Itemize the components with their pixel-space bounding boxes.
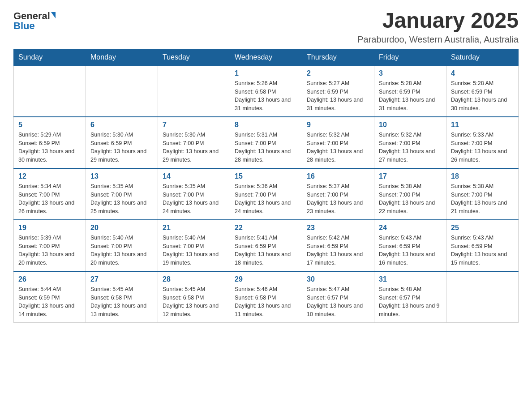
day-info: Sunrise: 5:38 AM Sunset: 7:00 PM Dayligh… xyxy=(451,182,514,216)
day-info: Sunrise: 5:41 AM Sunset: 6:59 PM Dayligh… xyxy=(235,234,297,267)
column-header-wednesday: Wednesday xyxy=(230,49,302,65)
day-info: Sunrise: 5:45 AM Sunset: 6:58 PM Dayligh… xyxy=(163,285,225,319)
day-number: 31 xyxy=(379,275,442,283)
day-info: Sunrise: 5:32 AM Sunset: 7:00 PM Dayligh… xyxy=(307,131,369,164)
logo: General Blue xyxy=(13,9,56,31)
calendar-cell: 22Sunrise: 5:41 AM Sunset: 6:59 PM Dayli… xyxy=(230,220,302,271)
logo-arrow-icon xyxy=(51,12,56,18)
calendar-cell: 20Sunrise: 5:40 AM Sunset: 7:00 PM Dayli… xyxy=(86,220,158,271)
calendar-cell: 16Sunrise: 5:37 AM Sunset: 7:00 PM Dayli… xyxy=(302,168,374,220)
day-number: 8 xyxy=(235,121,297,129)
calendar-cell: 27Sunrise: 5:45 AM Sunset: 6:58 PM Dayli… xyxy=(86,271,158,323)
day-number: 7 xyxy=(163,121,225,129)
calendar-cell: 13Sunrise: 5:35 AM Sunset: 7:00 PM Dayli… xyxy=(86,168,158,220)
day-number: 30 xyxy=(307,275,369,283)
calendar-header-row: SundayMondayTuesdayWednesdayThursdayFrid… xyxy=(14,49,519,65)
column-header-friday: Friday xyxy=(374,49,446,65)
day-info: Sunrise: 5:33 AM Sunset: 7:00 PM Dayligh… xyxy=(451,131,514,164)
day-info: Sunrise: 5:44 AM Sunset: 6:59 PM Dayligh… xyxy=(18,285,81,319)
day-info: Sunrise: 5:43 AM Sunset: 6:59 PM Dayligh… xyxy=(451,234,514,267)
day-info: Sunrise: 5:40 AM Sunset: 7:00 PM Dayligh… xyxy=(163,234,225,267)
day-info: Sunrise: 5:46 AM Sunset: 6:58 PM Dayligh… xyxy=(235,285,297,319)
day-info: Sunrise: 5:47 AM Sunset: 6:57 PM Dayligh… xyxy=(307,285,369,319)
day-number: 10 xyxy=(379,121,442,129)
calendar-cell: 1Sunrise: 5:26 AM Sunset: 6:58 PM Daylig… xyxy=(230,65,302,117)
day-info: Sunrise: 5:30 AM Sunset: 6:59 PM Dayligh… xyxy=(90,131,153,164)
day-number: 18 xyxy=(451,172,514,180)
calendar-cell: 30Sunrise: 5:47 AM Sunset: 6:57 PM Dayli… xyxy=(302,271,374,323)
day-number: 6 xyxy=(90,121,153,129)
calendar-cell: 31Sunrise: 5:48 AM Sunset: 6:57 PM Dayli… xyxy=(374,271,446,323)
day-info: Sunrise: 5:40 AM Sunset: 7:00 PM Dayligh… xyxy=(90,234,153,267)
calendar-cell xyxy=(158,65,230,117)
calendar-cell xyxy=(446,271,519,323)
day-info: Sunrise: 5:28 AM Sunset: 6:59 PM Dayligh… xyxy=(379,79,442,113)
calendar-cell: 26Sunrise: 5:44 AM Sunset: 6:59 PM Dayli… xyxy=(14,271,86,323)
title-section: January 2025 Paraburdoo, Western Austral… xyxy=(357,9,519,45)
calendar-cell: 14Sunrise: 5:35 AM Sunset: 7:00 PM Dayli… xyxy=(158,168,230,220)
column-header-sunday: Sunday xyxy=(14,49,86,65)
day-number: 22 xyxy=(235,224,297,232)
day-info: Sunrise: 5:26 AM Sunset: 6:58 PM Dayligh… xyxy=(235,79,297,113)
week-row-2: 5Sunrise: 5:29 AM Sunset: 6:59 PM Daylig… xyxy=(14,117,519,168)
calendar-cell: 8Sunrise: 5:31 AM Sunset: 7:00 PM Daylig… xyxy=(230,117,302,168)
day-info: Sunrise: 5:28 AM Sunset: 6:59 PM Dayligh… xyxy=(451,79,514,113)
day-info: Sunrise: 5:29 AM Sunset: 6:59 PM Dayligh… xyxy=(18,131,81,164)
calendar-cell: 29Sunrise: 5:46 AM Sunset: 6:58 PM Dayli… xyxy=(230,271,302,323)
day-info: Sunrise: 5:43 AM Sunset: 6:59 PM Dayligh… xyxy=(379,234,442,267)
calendar-cell: 18Sunrise: 5:38 AM Sunset: 7:00 PM Dayli… xyxy=(446,168,519,220)
day-number: 1 xyxy=(235,69,297,77)
calendar-cell: 19Sunrise: 5:39 AM Sunset: 7:00 PM Dayli… xyxy=(14,220,86,271)
calendar-cell: 4Sunrise: 5:28 AM Sunset: 6:59 PM Daylig… xyxy=(446,65,519,117)
week-row-3: 12Sunrise: 5:34 AM Sunset: 7:00 PM Dayli… xyxy=(14,168,519,220)
calendar-cell: 11Sunrise: 5:33 AM Sunset: 7:00 PM Dayli… xyxy=(446,117,519,168)
day-info: Sunrise: 5:39 AM Sunset: 7:00 PM Dayligh… xyxy=(18,234,81,267)
calendar-title: January 2025 xyxy=(357,9,519,33)
calendar-cell: 12Sunrise: 5:34 AM Sunset: 7:00 PM Dayli… xyxy=(14,168,86,220)
day-number: 25 xyxy=(451,224,514,232)
day-number: 3 xyxy=(379,69,442,77)
day-number: 17 xyxy=(379,172,442,180)
day-number: 5 xyxy=(18,121,81,129)
day-info: Sunrise: 5:35 AM Sunset: 7:00 PM Dayligh… xyxy=(90,182,153,216)
day-number: 28 xyxy=(163,275,225,283)
day-number: 27 xyxy=(90,275,153,283)
column-header-saturday: Saturday xyxy=(446,49,519,65)
day-number: 21 xyxy=(163,224,225,232)
logo-text-general: General xyxy=(13,11,50,21)
day-info: Sunrise: 5:31 AM Sunset: 7:00 PM Dayligh… xyxy=(235,131,297,164)
day-number: 2 xyxy=(307,69,369,77)
week-row-1: 1Sunrise: 5:26 AM Sunset: 6:58 PM Daylig… xyxy=(14,65,519,117)
week-row-4: 19Sunrise: 5:39 AM Sunset: 7:00 PM Dayli… xyxy=(14,220,519,271)
day-info: Sunrise: 5:30 AM Sunset: 7:00 PM Dayligh… xyxy=(163,131,225,164)
calendar-cell: 24Sunrise: 5:43 AM Sunset: 6:59 PM Dayli… xyxy=(374,220,446,271)
day-number: 24 xyxy=(379,224,442,232)
day-number: 13 xyxy=(90,172,153,180)
calendar-cell: 7Sunrise: 5:30 AM Sunset: 7:00 PM Daylig… xyxy=(158,117,230,168)
day-info: Sunrise: 5:32 AM Sunset: 7:00 PM Dayligh… xyxy=(379,131,442,164)
day-number: 19 xyxy=(18,224,81,232)
logo-text-blue: Blue xyxy=(13,20,35,31)
day-number: 23 xyxy=(307,224,369,232)
day-number: 15 xyxy=(235,172,297,180)
calendar-subtitle: Paraburdoo, Western Australia, Australia xyxy=(357,34,519,45)
day-number: 29 xyxy=(235,275,297,283)
calendar-cell: 15Sunrise: 5:36 AM Sunset: 7:00 PM Dayli… xyxy=(230,168,302,220)
calendar-cell: 28Sunrise: 5:45 AM Sunset: 6:58 PM Dayli… xyxy=(158,271,230,323)
day-number: 4 xyxy=(451,69,514,77)
day-number: 20 xyxy=(90,224,153,232)
day-number: 9 xyxy=(307,121,369,129)
day-number: 14 xyxy=(163,172,225,180)
day-info: Sunrise: 5:27 AM Sunset: 6:59 PM Dayligh… xyxy=(307,79,369,113)
day-info: Sunrise: 5:34 AM Sunset: 7:00 PM Dayligh… xyxy=(18,182,81,216)
calendar-table: SundayMondayTuesdayWednesdayThursdayFrid… xyxy=(13,49,519,323)
day-info: Sunrise: 5:36 AM Sunset: 7:00 PM Dayligh… xyxy=(235,182,297,216)
day-number: 11 xyxy=(451,121,514,129)
page-header: General Blue January 2025 Paraburdoo, We… xyxy=(13,9,519,45)
week-row-5: 26Sunrise: 5:44 AM Sunset: 6:59 PM Dayli… xyxy=(14,271,519,323)
day-number: 16 xyxy=(307,172,369,180)
day-info: Sunrise: 5:37 AM Sunset: 7:00 PM Dayligh… xyxy=(307,182,369,216)
column-header-monday: Monday xyxy=(86,49,158,65)
calendar-cell: 25Sunrise: 5:43 AM Sunset: 6:59 PM Dayli… xyxy=(446,220,519,271)
day-info: Sunrise: 5:42 AM Sunset: 6:59 PM Dayligh… xyxy=(307,234,369,267)
